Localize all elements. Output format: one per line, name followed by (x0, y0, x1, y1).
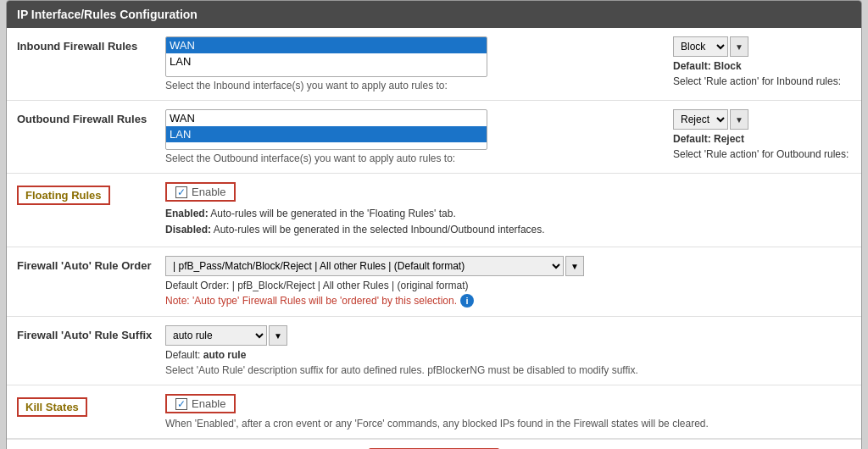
kill-states-enable-box[interactable]: ✓ Enable (165, 394, 236, 413)
outbound-option-wan: WAN (166, 110, 487, 126)
outbound-content: WAN LAN Select the Outbound interface(s)… (165, 109, 665, 164)
info-icon[interactable]: i (460, 294, 474, 308)
rule-order-content: | pfB_Pass/Match/Block/Reject | All othe… (165, 256, 851, 308)
outbound-action-dropdown-btn[interactable]: ▼ (730, 109, 748, 130)
outbound-row: Outbound Firewall Rules WAN LAN Select t… (7, 101, 861, 174)
inbound-action-dropdown-btn[interactable]: ▼ (730, 36, 748, 57)
rule-order-note: Note: 'Auto type' Firewall Rules will be… (165, 294, 851, 308)
kill-states-row: Kill States ✓ Enable When 'Enabled', aft… (7, 385, 861, 439)
floating-disabled-strong: Disabled: (165, 224, 211, 236)
floating-label-text: Floating Rules (17, 186, 110, 205)
kill-states-enable-label: Enable (192, 397, 225, 410)
floating-row: Floating Rules ✓ Enable Enabled: Auto-ru… (7, 174, 861, 247)
panel-header: IP Interface/Rules Configuration (7, 1, 861, 28)
rule-order-note-text: Note: 'Auto type' Firewall Rules will be… (165, 295, 457, 307)
floating-enabled-text: Auto-rules will be generated in the 'Flo… (210, 208, 455, 219)
floating-label-cell: Floating Rules (17, 182, 165, 205)
suffix-select[interactable]: auto rule (165, 325, 267, 346)
rule-order-dropdown-btn[interactable]: ▼ (565, 256, 584, 276)
panel-body: Inbound Firewall Rules WAN LAN Select th… (7, 28, 861, 449)
inbound-interfaces-select[interactable]: WAN LAN (165, 36, 487, 77)
outbound-action-select[interactable]: Block Reject Pass (673, 109, 728, 130)
inbound-action-desc: Select 'Rule action' for Inbound rules: (673, 75, 851, 87)
inbound-action-default: Default: Block (673, 60, 851, 72)
suffix-desc: Select 'Auto Rule' description suffix fo… (165, 364, 851, 376)
kill-states-desc: When 'Enabled', after a cron event or an… (165, 418, 851, 430)
rule-order-row: Firewall 'Auto' Rule Order | pfB_Pass/Ma… (7, 247, 861, 317)
rule-suffix-label: Firewall 'Auto' Rule Suffix (17, 325, 165, 341)
floating-enabled-strong: Enabled: (165, 208, 209, 219)
suffix-dropdown-btn[interactable]: ▼ (269, 325, 287, 346)
floating-disabled-text: Auto-rules will be generated in the sele… (214, 224, 545, 236)
floating-enable-box[interactable]: ✓ Enable (165, 182, 236, 202)
inbound-row: Inbound Firewall Rules WAN LAN Select th… (7, 28, 861, 101)
inbound-desc: Select the Inbound interface(s) you want… (165, 80, 665, 91)
outbound-label: Outbound Firewall Rules (17, 109, 165, 125)
outbound-aside: Block Reject Pass ▼ Default: Reject Sele… (665, 109, 851, 160)
rule-order-select[interactable]: | pfB_Pass/Match/Block/Reject | All othe… (165, 256, 564, 276)
rule-suffix-content: auto rule ▼ Default: auto rule Select 'A… (165, 325, 851, 376)
floating-enable-label: Enable (192, 186, 225, 198)
suffix-select-wrap: auto rule ▼ (165, 325, 851, 346)
kill-states-content: ✓ Enable When 'Enabled', after a cron ev… (165, 394, 851, 430)
outbound-option-lan: LAN (166, 126, 487, 142)
suffix-default: Default: auto rule (165, 349, 851, 361)
outbound-action-desc: Select 'Rule action' for Outbound rules: (673, 148, 851, 160)
inbound-option-wan: WAN (166, 37, 487, 53)
rule-order-default: Default Order: | pfB_Block/Reject | All … (165, 280, 851, 291)
outbound-action-default: Default: Reject (673, 133, 851, 145)
panel-title: IP Interface/Rules Configuration (17, 8, 198, 21)
rule-order-label: Firewall 'Auto' Rule Order (17, 256, 165, 272)
rule-order-select-wrap: | pfB_Pass/Match/Block/Reject | All othe… (165, 256, 851, 276)
outbound-interfaces-select[interactable]: WAN LAN (165, 109, 487, 150)
floating-checkbox-icon: ✓ (175, 186, 187, 198)
main-panel: IP Interface/Rules Configuration Inbound… (6, 0, 862, 449)
inbound-aside: Block Reject Pass ▼ Default: Block Selec… (665, 36, 851, 87)
inbound-content: WAN LAN Select the Inbound interface(s) … (165, 36, 665, 91)
floating-desc: Enabled: Auto-rules will be generated in… (165, 206, 851, 238)
outbound-desc: Select the Outbound interface(s) you wan… (165, 152, 665, 164)
floating-content: ✓ Enable Enabled: Auto-rules will be gen… (165, 182, 851, 238)
inbound-label: Inbound Firewall Rules (17, 36, 165, 53)
outbound-action-wrap: Block Reject Pass ▼ (673, 109, 851, 130)
inbound-option-lan: LAN (166, 53, 487, 69)
kill-states-label-cell: Kill States (17, 394, 165, 417)
inbound-action-select[interactable]: Block Reject Pass (673, 36, 728, 57)
kill-states-checkbox-icon: ✓ (175, 398, 187, 410)
rule-suffix-row: Firewall 'Auto' Rule Suffix auto rule ▼ … (7, 317, 861, 385)
inbound-action-wrap: Block Reject Pass ▼ (673, 36, 851, 57)
save-row: 💾 Save IP settings (7, 439, 861, 449)
kill-states-label-text: Kill States (17, 397, 87, 417)
